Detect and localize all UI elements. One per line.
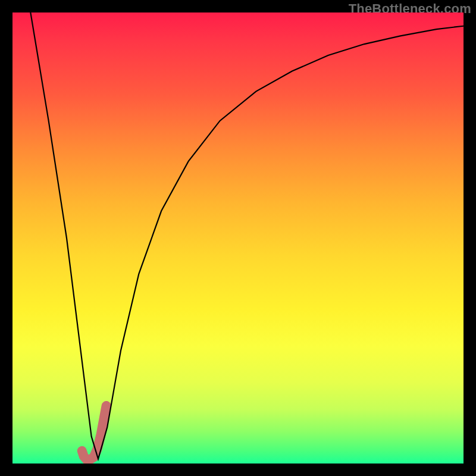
bottleneck-curve [30,12,464,459]
chart-svg [12,12,464,464]
app-frame: TheBottleneck.com [0,0,476,476]
chart-plot-area [12,12,464,464]
highlight-hook [82,406,107,459]
